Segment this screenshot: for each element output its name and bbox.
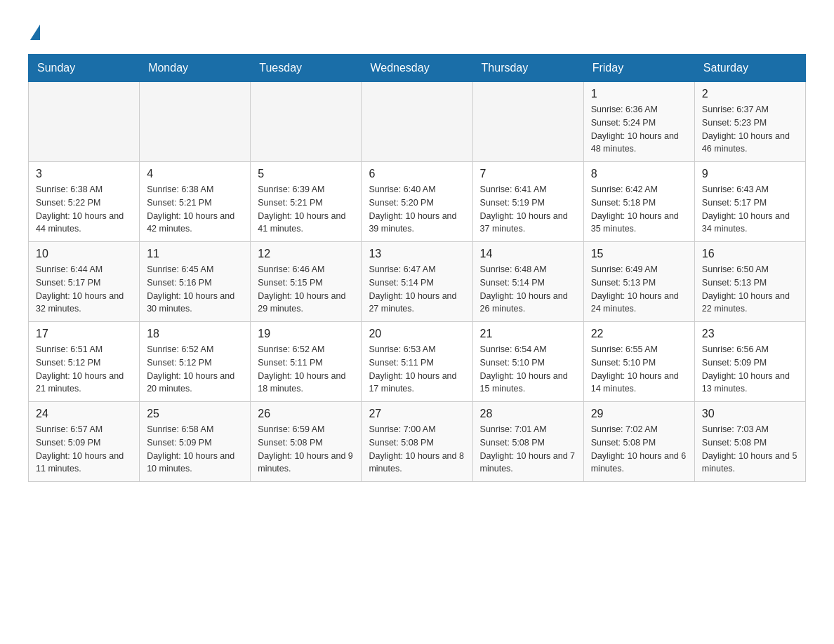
day-number: 7 (480, 168, 576, 180)
calendar-cell (140, 82, 251, 162)
calendar-cell: 14Sunrise: 6:48 AM Sunset: 5:14 PM Dayli… (472, 242, 583, 322)
calendar-cell: 17Sunrise: 6:51 AM Sunset: 5:12 PM Dayli… (29, 322, 140, 402)
day-info: Sunrise: 6:50 AM Sunset: 5:13 PM Dayligh… (702, 263, 798, 316)
calendar-cell: 20Sunrise: 6:53 AM Sunset: 5:11 PM Dayli… (362, 322, 472, 402)
day-number: 12 (258, 248, 354, 260)
day-number: 30 (702, 408, 798, 420)
day-number: 25 (147, 408, 243, 420)
day-number: 9 (702, 168, 798, 180)
column-header-saturday: Saturday (694, 55, 805, 82)
day-number: 24 (36, 408, 132, 420)
logo (28, 21, 40, 40)
day-info: Sunrise: 7:03 AM Sunset: 5:08 PM Dayligh… (702, 423, 798, 476)
calendar-week-row: 3Sunrise: 6:38 AM Sunset: 5:22 PM Daylig… (29, 162, 806, 242)
day-number: 5 (258, 168, 354, 180)
day-number: 26 (258, 408, 354, 420)
column-header-friday: Friday (583, 55, 694, 82)
calendar-cell: 22Sunrise: 6:55 AM Sunset: 5:10 PM Dayli… (583, 322, 694, 402)
day-info: Sunrise: 6:47 AM Sunset: 5:14 PM Dayligh… (369, 263, 465, 316)
calendar-table: SundayMondayTuesdayWednesdayThursdayFrid… (28, 54, 806, 482)
day-number: 18 (147, 328, 243, 340)
day-number: 29 (591, 408, 687, 420)
day-number: 15 (591, 248, 687, 260)
calendar-cell (251, 82, 362, 162)
day-info: Sunrise: 6:52 AM Sunset: 5:11 PM Dayligh… (258, 343, 354, 396)
calendar-cell: 1Sunrise: 6:36 AM Sunset: 5:24 PM Daylig… (583, 82, 694, 162)
day-info: Sunrise: 6:45 AM Sunset: 5:16 PM Dayligh… (147, 263, 243, 316)
column-header-sunday: Sunday (29, 55, 140, 82)
day-info: Sunrise: 6:48 AM Sunset: 5:14 PM Dayligh… (480, 263, 576, 316)
day-number: 22 (591, 328, 687, 340)
column-header-tuesday: Tuesday (251, 55, 362, 82)
calendar-cell: 9Sunrise: 6:43 AM Sunset: 5:17 PM Daylig… (694, 162, 805, 242)
day-number: 14 (480, 248, 576, 260)
day-info: Sunrise: 6:46 AM Sunset: 5:15 PM Dayligh… (258, 263, 354, 316)
day-number: 6 (369, 168, 465, 180)
day-number: 3 (36, 168, 132, 180)
calendar-cell: 30Sunrise: 7:03 AM Sunset: 5:08 PM Dayli… (694, 402, 805, 482)
column-header-monday: Monday (140, 55, 251, 82)
calendar-cell: 7Sunrise: 6:41 AM Sunset: 5:19 PM Daylig… (472, 162, 583, 242)
day-info: Sunrise: 6:56 AM Sunset: 5:09 PM Dayligh… (702, 343, 798, 396)
day-number: 16 (702, 248, 798, 260)
column-header-wednesday: Wednesday (362, 55, 472, 82)
day-info: Sunrise: 6:53 AM Sunset: 5:11 PM Dayligh… (369, 343, 465, 396)
calendar-cell: 26Sunrise: 6:59 AM Sunset: 5:08 PM Dayli… (251, 402, 362, 482)
calendar-cell: 11Sunrise: 6:45 AM Sunset: 5:16 PM Dayli… (140, 242, 251, 322)
day-info: Sunrise: 6:52 AM Sunset: 5:12 PM Dayligh… (147, 343, 243, 396)
day-info: Sunrise: 6:41 AM Sunset: 5:19 PM Dayligh… (480, 183, 576, 236)
calendar-cell: 2Sunrise: 6:37 AM Sunset: 5:23 PM Daylig… (694, 82, 805, 162)
logo-triangle-icon (30, 25, 40, 40)
day-number: 13 (369, 248, 465, 260)
calendar-cell: 27Sunrise: 7:00 AM Sunset: 5:08 PM Dayli… (362, 402, 472, 482)
calendar-cell: 8Sunrise: 6:42 AM Sunset: 5:18 PM Daylig… (583, 162, 694, 242)
calendar-cell: 19Sunrise: 6:52 AM Sunset: 5:11 PM Dayli… (251, 322, 362, 402)
day-number: 19 (258, 328, 354, 340)
day-number: 10 (36, 248, 132, 260)
day-info: Sunrise: 6:38 AM Sunset: 5:22 PM Dayligh… (36, 183, 132, 236)
day-number: 1 (591, 88, 687, 100)
day-info: Sunrise: 6:38 AM Sunset: 5:21 PM Dayligh… (147, 183, 243, 236)
day-info: Sunrise: 6:51 AM Sunset: 5:12 PM Dayligh… (36, 343, 132, 396)
calendar-cell: 25Sunrise: 6:58 AM Sunset: 5:09 PM Dayli… (140, 402, 251, 482)
calendar-cell: 10Sunrise: 6:44 AM Sunset: 5:17 PM Dayli… (29, 242, 140, 322)
day-info: Sunrise: 7:02 AM Sunset: 5:08 PM Dayligh… (591, 423, 687, 476)
calendar-cell: 4Sunrise: 6:38 AM Sunset: 5:21 PM Daylig… (140, 162, 251, 242)
calendar-cell: 3Sunrise: 6:38 AM Sunset: 5:22 PM Daylig… (29, 162, 140, 242)
day-info: Sunrise: 7:01 AM Sunset: 5:08 PM Dayligh… (480, 423, 576, 476)
calendar-cell: 23Sunrise: 6:56 AM Sunset: 5:09 PM Dayli… (694, 322, 805, 402)
calendar-week-row: 10Sunrise: 6:44 AM Sunset: 5:17 PM Dayli… (29, 242, 806, 322)
column-header-thursday: Thursday (472, 55, 583, 82)
day-info: Sunrise: 6:37 AM Sunset: 5:23 PM Dayligh… (702, 103, 798, 156)
calendar-cell: 16Sunrise: 6:50 AM Sunset: 5:13 PM Dayli… (694, 242, 805, 322)
day-info: Sunrise: 6:40 AM Sunset: 5:20 PM Dayligh… (369, 183, 465, 236)
day-info: Sunrise: 6:44 AM Sunset: 5:17 PM Dayligh… (36, 263, 132, 316)
day-info: Sunrise: 6:39 AM Sunset: 5:21 PM Dayligh… (258, 183, 354, 236)
day-info: Sunrise: 7:00 AM Sunset: 5:08 PM Dayligh… (369, 423, 465, 476)
day-info: Sunrise: 6:43 AM Sunset: 5:17 PM Dayligh… (702, 183, 798, 236)
calendar-week-row: 1Sunrise: 6:36 AM Sunset: 5:24 PM Daylig… (29, 82, 806, 162)
calendar-cell: 5Sunrise: 6:39 AM Sunset: 5:21 PM Daylig… (251, 162, 362, 242)
calendar-cell: 13Sunrise: 6:47 AM Sunset: 5:14 PM Dayli… (362, 242, 472, 322)
day-info: Sunrise: 6:54 AM Sunset: 5:10 PM Dayligh… (480, 343, 576, 396)
calendar-week-row: 24Sunrise: 6:57 AM Sunset: 5:09 PM Dayli… (29, 402, 806, 482)
calendar-cell: 18Sunrise: 6:52 AM Sunset: 5:12 PM Dayli… (140, 322, 251, 402)
calendar-cell: 24Sunrise: 6:57 AM Sunset: 5:09 PM Dayli… (29, 402, 140, 482)
calendar-cell: 15Sunrise: 6:49 AM Sunset: 5:13 PM Dayli… (583, 242, 694, 322)
calendar-cell (29, 82, 140, 162)
day-number: 4 (147, 168, 243, 180)
page-header (28, 21, 806, 40)
day-number: 11 (147, 248, 243, 260)
day-number: 20 (369, 328, 465, 340)
calendar-cell: 21Sunrise: 6:54 AM Sunset: 5:10 PM Dayli… (472, 322, 583, 402)
day-info: Sunrise: 6:36 AM Sunset: 5:24 PM Dayligh… (591, 103, 687, 156)
calendar-cell (472, 82, 583, 162)
calendar-header-row: SundayMondayTuesdayWednesdayThursdayFrid… (29, 55, 806, 82)
day-info: Sunrise: 6:49 AM Sunset: 5:13 PM Dayligh… (591, 263, 687, 316)
day-number: 21 (480, 328, 576, 340)
day-info: Sunrise: 6:42 AM Sunset: 5:18 PM Dayligh… (591, 183, 687, 236)
calendar-cell: 28Sunrise: 7:01 AM Sunset: 5:08 PM Dayli… (472, 402, 583, 482)
day-number: 23 (702, 328, 798, 340)
day-number: 27 (369, 408, 465, 420)
calendar-cell: 29Sunrise: 7:02 AM Sunset: 5:08 PM Dayli… (583, 402, 694, 482)
